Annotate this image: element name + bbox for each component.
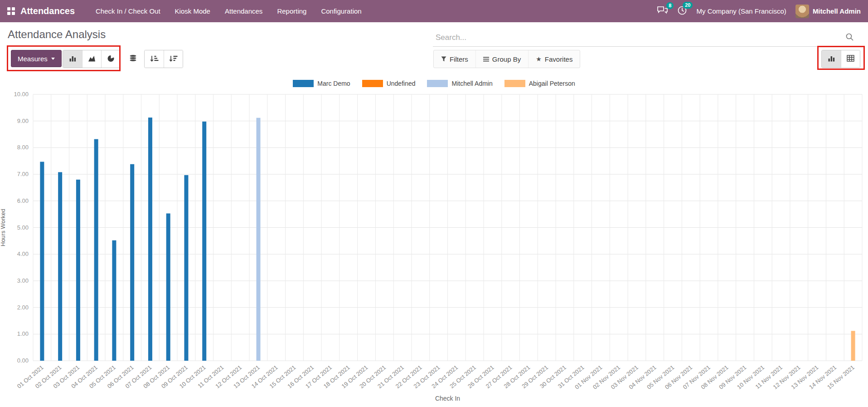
pie-chart-button[interactable] (101, 50, 120, 68)
star-icon: ★ (536, 56, 542, 62)
chevron-down-icon (51, 58, 55, 60)
activities-button[interactable]: 20 (677, 5, 687, 17)
svg-text:0.00: 0.00 (17, 357, 29, 364)
avatar (795, 5, 809, 18)
favorites-label: Favorites (545, 55, 573, 63)
view-switcher (821, 50, 860, 68)
stacked-icon (129, 54, 137, 63)
sort-ascending-button[interactable] (145, 50, 164, 68)
legend-swatch (427, 80, 448, 87)
search-options: Filters Group By ★ Favorites (433, 50, 580, 68)
navbar-systray: 8 20 My Company (San Francisco) Mitchell… (657, 5, 861, 18)
legend-swatch (504, 80, 525, 87)
legend-item[interactable]: Abigail Peterson (504, 80, 575, 87)
legend-item[interactable]: Undefined (362, 80, 416, 87)
nav-item-kiosk-mode[interactable]: Kiosk Mode (168, 0, 218, 22)
user-name: Mitchell Admin (813, 7, 861, 15)
activities-badge: 20 (683, 2, 693, 9)
favorites-button[interactable]: ★ Favorites (528, 50, 580, 68)
filter-funnel-icon (441, 55, 446, 63)
svg-text:Check In: Check In (435, 395, 460, 402)
nav-item-check-in-check-out[interactable]: Check In / Check Out (88, 0, 168, 22)
company-switcher[interactable]: My Company (San Francisco) (696, 7, 786, 15)
search-input[interactable] (433, 29, 857, 47)
group-by-bars-icon (483, 55, 489, 63)
sort-order-switcher (144, 50, 183, 68)
pie-chart-icon (107, 54, 115, 64)
attendance-analysis-chart: Marc DemoUndefinedMitchell AdminAbigail … (0, 73, 868, 407)
svg-text:3.00: 3.00 (17, 277, 29, 284)
chart-legend: Marc DemoUndefinedMitchell AdminAbigail … (0, 80, 868, 87)
search-icon[interactable] (845, 33, 854, 43)
legend-label: Marc Demo (317, 80, 350, 87)
page-title: Attendance Analysis (8, 28, 106, 41)
sort-descending-button[interactable] (164, 50, 183, 68)
svg-text:6.00: 6.00 (17, 197, 29, 204)
sort-ascending-icon (150, 55, 159, 64)
legend-swatch (362, 80, 383, 87)
legend-label: Abigail Peterson (529, 80, 575, 87)
nav-item-configuration[interactable]: Configuration (314, 0, 369, 22)
filters-label: Filters (450, 55, 468, 63)
graph-view-icon (828, 55, 835, 64)
main-menu: Check In / Check Out Kiosk Mode Attendan… (88, 0, 369, 22)
svg-text:8.00: 8.00 (17, 144, 29, 151)
svg-text:10.00: 10.00 (14, 91, 29, 98)
legend-label: Mitchell Admin (451, 80, 492, 87)
sort-descending-icon (169, 55, 178, 64)
measures-button[interactable]: Measures (11, 50, 62, 67)
chart-type-switcher (63, 50, 121, 68)
measures-label: Measures (18, 55, 48, 63)
area-chart-button[interactable] (82, 50, 101, 68)
messages-button[interactable]: 8 (657, 6, 668, 17)
stacked-toggle-button[interactable] (123, 50, 142, 67)
nav-item-attendances[interactable]: Attendances (218, 0, 270, 22)
svg-text:7.00: 7.00 (17, 171, 29, 177)
svg-text:1.00: 1.00 (17, 330, 29, 337)
pivot-view-button[interactable] (841, 50, 860, 68)
legend-item[interactable]: Mitchell Admin (427, 80, 492, 87)
nav-item-reporting[interactable]: Reporting (270, 0, 314, 22)
svg-text:2.00: 2.00 (17, 304, 29, 311)
user-menu[interactable]: Mitchell Admin (795, 5, 861, 18)
legend-item[interactable]: Marc Demo (293, 80, 350, 87)
bar-chart-icon (69, 55, 77, 64)
apps-menu-icon[interactable] (7, 7, 15, 15)
graph-view-button[interactable] (822, 50, 841, 68)
svg-text:Hours Worked: Hours Worked (0, 209, 6, 246)
bar-chart-canvas: 0.001.002.003.004.005.006.007.008.009.00… (0, 73, 868, 407)
area-chart-icon (88, 55, 96, 64)
svg-text:9.00: 9.00 (17, 118, 29, 124)
group-by-label: Group By (492, 55, 521, 63)
group-by-button[interactable]: Group By (475, 50, 528, 68)
legend-swatch (293, 80, 314, 87)
bar-chart-button[interactable] (63, 50, 82, 68)
pivot-grid-icon (847, 55, 854, 63)
svg-text:4.00: 4.00 (17, 250, 29, 257)
legend-label: Undefined (387, 80, 416, 87)
top-navbar: Attendances Check In / Check Out Kiosk M… (0, 0, 868, 22)
filters-button[interactable]: Filters (434, 50, 475, 68)
svg-text:5.00: 5.00 (17, 224, 29, 231)
app-name[interactable]: Attendances (20, 6, 75, 16)
search-bar (433, 29, 857, 47)
messages-badge: 8 (666, 2, 674, 9)
